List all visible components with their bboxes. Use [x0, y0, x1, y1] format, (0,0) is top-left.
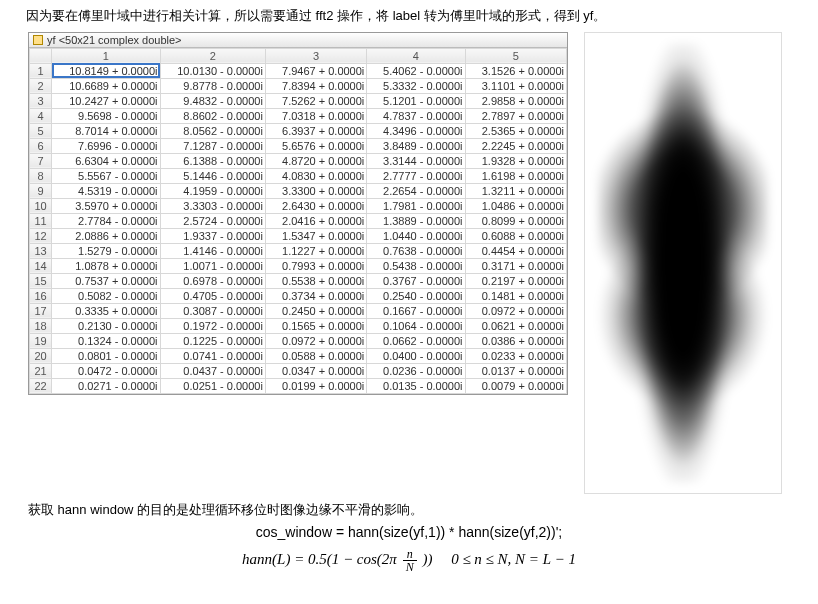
cell[interactable]: 4.3496 - 0.0000i	[367, 123, 465, 138]
cell[interactable]: 0.0972 + 0.0000i	[265, 333, 366, 348]
cell[interactable]: 1.5279 - 0.0000i	[52, 243, 161, 258]
cell[interactable]: 5.1201 - 0.0000i	[367, 93, 465, 108]
row-header[interactable]: 13	[30, 243, 52, 258]
cell[interactable]: 10.6689 + 0.0000i	[52, 78, 161, 93]
cell[interactable]: 0.0801 - 0.0000i	[52, 348, 161, 363]
cell[interactable]: 8.8602 - 0.0000i	[160, 108, 265, 123]
cell[interactable]: 0.1324 - 0.0000i	[52, 333, 161, 348]
row-header[interactable]: 11	[30, 213, 52, 228]
cell[interactable]: 0.3087 - 0.0000i	[160, 303, 265, 318]
cell[interactable]: 6.6304 + 0.0000i	[52, 153, 161, 168]
cell[interactable]: 1.0071 - 0.0000i	[160, 258, 265, 273]
cell[interactable]: 10.0130 - 0.0000i	[160, 63, 265, 78]
cell[interactable]: 5.6576 + 0.0000i	[265, 138, 366, 153]
cell[interactable]: 3.1101 + 0.0000i	[465, 78, 566, 93]
cell[interactable]: 0.0079 + 0.0000i	[465, 378, 566, 393]
cell[interactable]: 2.7784 - 0.0000i	[52, 213, 161, 228]
cell[interactable]: 0.0437 - 0.0000i	[160, 363, 265, 378]
cell[interactable]: 0.0400 - 0.0000i	[367, 348, 465, 363]
cell[interactable]: 0.0236 - 0.0000i	[367, 363, 465, 378]
cell[interactable]: 0.5538 + 0.0000i	[265, 273, 366, 288]
cell[interactable]: 5.4062 - 0.0000i	[367, 63, 465, 78]
cell[interactable]: 3.3303 - 0.0000i	[160, 198, 265, 213]
cell[interactable]: 0.0347 + 0.0000i	[265, 363, 366, 378]
cell[interactable]: 0.7638 - 0.0000i	[367, 243, 465, 258]
cell[interactable]: 2.2245 + 0.0000i	[465, 138, 566, 153]
cell[interactable]: 7.1287 - 0.0000i	[160, 138, 265, 153]
cell[interactable]: 0.6088 + 0.0000i	[465, 228, 566, 243]
cell[interactable]: 1.5347 + 0.0000i	[265, 228, 366, 243]
cell[interactable]: 0.1565 + 0.0000i	[265, 318, 366, 333]
cell[interactable]: 3.1526 + 0.0000i	[465, 63, 566, 78]
cell[interactable]: 7.8394 + 0.0000i	[265, 78, 366, 93]
cell[interactable]: 0.2450 + 0.0000i	[265, 303, 366, 318]
cell[interactable]: 6.3937 + 0.0000i	[265, 123, 366, 138]
cell[interactable]: 4.1959 - 0.0000i	[160, 183, 265, 198]
cell[interactable]: 9.4832 - 0.0000i	[160, 93, 265, 108]
cell[interactable]: 5.5567 - 0.0000i	[52, 168, 161, 183]
cell[interactable]: 0.1225 - 0.0000i	[160, 333, 265, 348]
cell[interactable]: 0.1972 - 0.0000i	[160, 318, 265, 333]
cell[interactable]: 7.5262 + 0.0000i	[265, 93, 366, 108]
cell[interactable]: 2.7897 + 0.0000i	[465, 108, 566, 123]
cell[interactable]: 0.5082 - 0.0000i	[52, 288, 161, 303]
row-header[interactable]: 20	[30, 348, 52, 363]
cell[interactable]: 0.2130 - 0.0000i	[52, 318, 161, 333]
cell[interactable]: 0.0135 - 0.0000i	[367, 378, 465, 393]
row-header[interactable]: 6	[30, 138, 52, 153]
cell[interactable]: 8.0562 - 0.0000i	[160, 123, 265, 138]
cell[interactable]: 0.0251 - 0.0000i	[160, 378, 265, 393]
cell[interactable]: 5.1446 - 0.0000i	[160, 168, 265, 183]
cell[interactable]: 0.1064 - 0.0000i	[367, 318, 465, 333]
cell[interactable]: 1.7981 - 0.0000i	[367, 198, 465, 213]
row-header[interactable]: 2	[30, 78, 52, 93]
cell[interactable]: 0.3171 + 0.0000i	[465, 258, 566, 273]
cell[interactable]: 3.3144 - 0.0000i	[367, 153, 465, 168]
row-header[interactable]: 7	[30, 153, 52, 168]
cell[interactable]: 4.7837 - 0.0000i	[367, 108, 465, 123]
row-header[interactable]: 5	[30, 123, 52, 138]
cell[interactable]: 0.0271 - 0.0000i	[52, 378, 161, 393]
cell[interactable]: 0.0741 - 0.0000i	[160, 348, 265, 363]
row-header[interactable]: 19	[30, 333, 52, 348]
row-header[interactable]: 18	[30, 318, 52, 333]
col-header[interactable]: 1	[52, 48, 161, 63]
cell[interactable]: 1.1227 + 0.0000i	[265, 243, 366, 258]
row-header[interactable]: 16	[30, 288, 52, 303]
cell[interactable]: 3.3300 + 0.0000i	[265, 183, 366, 198]
cell[interactable]: 0.3734 + 0.0000i	[265, 288, 366, 303]
col-header[interactable]: 2	[160, 48, 265, 63]
row-header[interactable]: 14	[30, 258, 52, 273]
cell[interactable]: 8.7014 + 0.0000i	[52, 123, 161, 138]
cell[interactable]: 4.5319 - 0.0000i	[52, 183, 161, 198]
cell[interactable]: 0.7537 + 0.0000i	[52, 273, 161, 288]
col-header[interactable]: 4	[367, 48, 465, 63]
cell[interactable]: 10.2427 + 0.0000i	[52, 93, 161, 108]
cell[interactable]: 0.1481 + 0.0000i	[465, 288, 566, 303]
cell[interactable]: 0.1667 - 0.0000i	[367, 303, 465, 318]
cell[interactable]: 1.9337 - 0.0000i	[160, 228, 265, 243]
cell[interactable]: 0.0472 - 0.0000i	[52, 363, 161, 378]
cell[interactable]: 1.3211 + 0.0000i	[465, 183, 566, 198]
cell[interactable]: 1.9328 + 0.0000i	[465, 153, 566, 168]
cell[interactable]: 7.9467 + 0.0000i	[265, 63, 366, 78]
cell[interactable]: 6.1388 - 0.0000i	[160, 153, 265, 168]
cell[interactable]: 2.0416 + 0.0000i	[265, 213, 366, 228]
cell[interactable]: 4.8720 + 0.0000i	[265, 153, 366, 168]
cell[interactable]: 0.8099 + 0.0000i	[465, 213, 566, 228]
row-header[interactable]: 10	[30, 198, 52, 213]
cell[interactable]: 0.5438 - 0.0000i	[367, 258, 465, 273]
cell[interactable]: 0.6978 - 0.0000i	[160, 273, 265, 288]
row-header[interactable]: 22	[30, 378, 52, 393]
cell[interactable]: 0.0972 + 0.0000i	[465, 303, 566, 318]
cell[interactable]: 7.6996 - 0.0000i	[52, 138, 161, 153]
cell[interactable]: 2.7777 - 0.0000i	[367, 168, 465, 183]
cell[interactable]: 0.3335 + 0.0000i	[52, 303, 161, 318]
col-header[interactable]: 5	[465, 48, 566, 63]
cell[interactable]: 1.0440 - 0.0000i	[367, 228, 465, 243]
cell[interactable]: 1.3889 - 0.0000i	[367, 213, 465, 228]
cell[interactable]: 0.0588 + 0.0000i	[265, 348, 366, 363]
row-header[interactable]: 8	[30, 168, 52, 183]
row-header[interactable]: 17	[30, 303, 52, 318]
cell[interactable]: 0.7993 + 0.0000i	[265, 258, 366, 273]
